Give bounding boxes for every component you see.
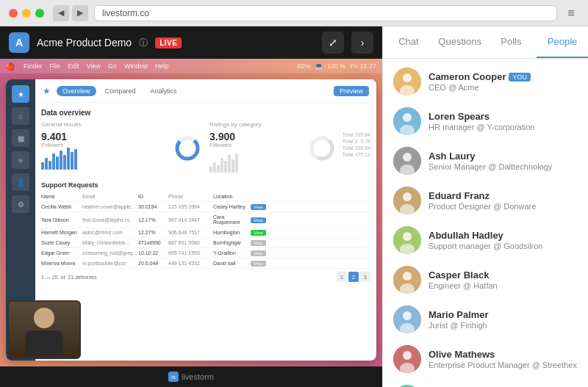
svg-point-8 [403, 113, 412, 122]
preview-button[interactable]: Preview [334, 86, 369, 96]
person-name: Casper Black [429, 270, 578, 281]
sidebar-home-icon[interactable]: ⌂ [12, 107, 29, 125]
ratings-label: Ratings by category [209, 121, 370, 128]
ls-icon: ls [168, 372, 179, 382]
avatar [393, 305, 421, 333]
table-row: Minerva Moore m.portbuckler@cor 20.0.044… [41, 258, 370, 269]
tab-chat[interactable]: Chat [383, 26, 434, 58]
table-row: Cecilia Webb heather.sowe@apple... 30.01… [41, 202, 370, 212]
table-header: Name Email ID Phone Location [41, 192, 370, 202]
app-logo: A [9, 32, 29, 53]
person-role: Senior Manager @ Dalttechnology [429, 162, 578, 171]
svg-point-11 [403, 153, 412, 162]
person-name: Mario Palmer [429, 309, 578, 320]
sidebar-star-icon[interactable]: ★ [12, 85, 29, 103]
presentation-area: 🍎 FinderFileEditViewGoWindowHelp 60%💻100… [0, 59, 382, 366]
avatar [393, 147, 421, 175]
table-row: Tara Gibson first.Gone@blythe.ro 12.17% … [41, 212, 370, 228]
person-name: Ash Laury [429, 151, 578, 162]
list-item[interactable]: Cameron CooperYOUCEO @ Acme [383, 62, 588, 101]
address-bar[interactable]: livestorm.co [94, 5, 557, 21]
people-list: Cameron CooperYOUCEO @ Acme Loren Spears… [383, 59, 588, 387]
table-row: Suzie Casey Milky_Glintonfields... 471x8… [41, 238, 370, 248]
tab-questions[interactable]: Questions [434, 26, 486, 58]
left-panel: A Acme Product Demo ⓘ LIVE ⤢ › 🍎 FinderF… [0, 26, 382, 387]
list-item[interactable]: Eduard FranzProduct Designer @ Donware [383, 181, 588, 220]
compared-tab[interactable]: Compared [99, 86, 142, 96]
live-badge: LIVE [155, 37, 182, 48]
person-name: Cameron CooperYOU [429, 71, 578, 82]
fullscreen-button[interactable] [35, 9, 44, 18]
back-button[interactable]: ◀ [53, 5, 69, 21]
person-name: Abdullah Hadley [429, 230, 578, 241]
stat1-number: 9.401 [41, 131, 167, 142]
donut-chart-1 [173, 134, 202, 163]
stat-block-1: 9.401 Followers [41, 131, 167, 170]
list-item[interactable]: Loren SpearsHR manager @ Y-corporation [383, 101, 588, 141]
close-button[interactable] [9, 9, 18, 18]
traffic-lights [9, 9, 44, 18]
list-item[interactable]: Ash LaurySenior Manager @ Dalttechnology [383, 141, 588, 181]
svg-point-5 [403, 73, 412, 82]
person-name: Loren Spears [429, 111, 578, 122]
person-info: Abdullah HadleySupport manager @ Goodsil… [429, 230, 578, 250]
person-info: Olive MathewsEnterprise Product Manager … [429, 349, 578, 369]
table-row: Harriett Morgan aldric@htmd.com 12.27% 9… [41, 228, 370, 238]
stat2-number: 3.900 [209, 131, 301, 142]
right-panel: Chat Questions Polls People Cameron Coop… [382, 26, 588, 387]
stat2-bars [209, 151, 301, 173]
video-thumbnail [7, 300, 81, 359]
presenter-video [9, 302, 79, 358]
list-item[interactable]: Gianna IrvinUX Engineer @ Rangreen [383, 379, 588, 387]
info-icon: ⓘ [139, 37, 148, 49]
forward-button[interactable]: ▶ [72, 5, 88, 21]
next-button[interactable]: › [351, 32, 373, 54]
person-head [34, 308, 54, 328]
more-button[interactable]: ≡ [563, 5, 579, 21]
mac-menu-items: FinderFileEditViewGoWindowHelp [24, 62, 168, 70]
person-name: Olive Mathews [429, 349, 578, 360]
analytics-tab[interactable]: Analytics [145, 86, 183, 96]
svg-point-20 [403, 272, 412, 281]
tab-polls[interactable]: Polls [486, 26, 537, 58]
pagination: 1 — 20of21 deliveries 1 2 3 [41, 272, 370, 282]
person-body [26, 330, 62, 355]
sidebar-chart-icon[interactable]: ▦ [12, 129, 29, 147]
stat1-bars [41, 148, 167, 170]
avatar [393, 107, 421, 135]
person-info: Mario PalmerJurist @ Finhigh [429, 309, 578, 330]
person-role: Engineer @ Hatfan [429, 281, 578, 290]
dashboard: Data overview General results 9.401 Foll… [35, 103, 376, 288]
mac-menubar: 🍎 FinderFileEditViewGoWindowHelp 60%💻100… [0, 59, 382, 73]
app-title: Acme Product Demo [37, 37, 132, 48]
person-role: CEO @ Acme [429, 83, 578, 92]
expand-button[interactable]: ⤢ [322, 32, 344, 54]
app-content: ★ Overview Compared Analytics Preview Da… [35, 79, 376, 361]
list-item[interactable]: Casper BlackEngineer @ Hatfan [383, 260, 588, 300]
svg-point-14 [403, 192, 412, 201]
overview-tab[interactable]: Overview [57, 86, 96, 96]
stat-block-2: 3.900 Followers [209, 131, 301, 173]
general-results-label: General results [41, 121, 202, 128]
list-item[interactable]: Mario PalmerJurist @ Finhigh [383, 300, 588, 339]
livestorm-text: livestorm [182, 372, 214, 381]
person-info: Casper BlackEngineer @ Hatfan [429, 270, 578, 290]
sidebar-gear-icon[interactable]: ⚙ [12, 195, 29, 213]
sidebar-list-icon[interactable]: ≡ [12, 151, 29, 169]
support-table: Support Requests Name Email ID Phone Loc… [41, 181, 370, 282]
list-item[interactable]: Olive MathewsEnterprise Product Manager … [383, 339, 588, 379]
person-role: Product Designer @ Donware [429, 202, 578, 211]
url-text: livestorm.co [102, 8, 149, 18]
avatar [393, 187, 421, 214]
nav-buttons: ◀ ▶ [53, 5, 88, 21]
mock-screen: 🍎 FinderFileEditViewGoWindowHelp 60%💻100… [0, 59, 382, 366]
app-topbar: ★ Overview Compared Analytics Preview [35, 79, 376, 103]
tab-people[interactable]: People [537, 26, 588, 58]
sidebar-people-icon[interactable]: 👤 [12, 173, 29, 191]
svg-point-23 [403, 311, 412, 320]
list-item[interactable]: Abdullah HadleySupport manager @ Goodsil… [383, 220, 588, 260]
browser-chrome: ◀ ▶ livestorm.co ≡ [0, 0, 588, 26]
app-header: A Acme Product Demo ⓘ LIVE ⤢ › [0, 26, 382, 59]
topbar-star: ★ [43, 86, 51, 96]
minimize-button[interactable] [22, 9, 31, 18]
